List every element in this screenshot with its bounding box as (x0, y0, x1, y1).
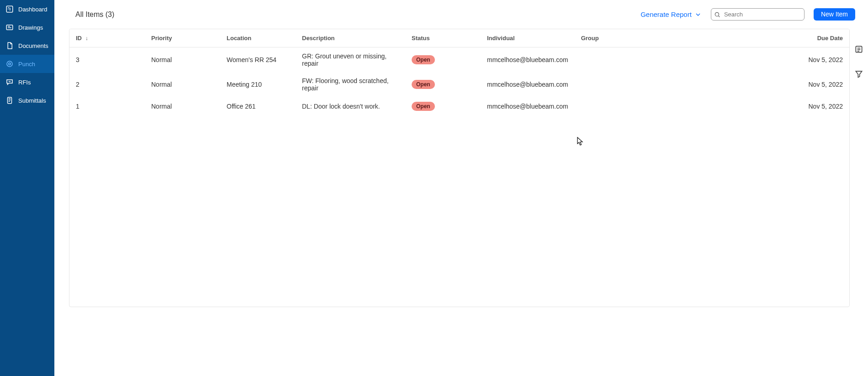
column-header-group[interactable]: Group (575, 29, 650, 47)
svg-point-3 (9, 63, 11, 65)
sidebar-item-label: Drawings (18, 24, 43, 31)
rfis-icon (5, 78, 14, 86)
priority-cell: Normal (145, 47, 220, 73)
svg-line-6 (719, 16, 720, 17)
sidebar-item-punch[interactable]: Punch (0, 55, 54, 73)
column-header-location[interactable]: Location (220, 29, 296, 47)
sidebar-item-submittals[interactable]: Submittals (0, 91, 54, 110)
submittals-icon (5, 96, 14, 104)
sidebar-item-documents[interactable]: Documents (0, 37, 54, 55)
status-cell: Open (405, 47, 481, 73)
page-title: All Items (3) (75, 10, 631, 19)
status-cell: Open (405, 72, 481, 97)
generate-report-button[interactable]: Generate Report (640, 10, 702, 18)
location-cell: Meeting 210 (220, 72, 296, 97)
id-cell: 1 (69, 97, 145, 116)
detail-panel-toggle[interactable] (853, 44, 864, 55)
chevron-down-icon (694, 11, 702, 18)
description-cell: DL: Door lock doesn't work. (296, 97, 405, 116)
sidebar: Dashboard Drawings Documents Punch RFIs … (0, 0, 54, 376)
status-cell: Open (405, 97, 481, 116)
table-row[interactable]: 2NormalMeeting 210FW: Flooring, wood scr… (69, 72, 849, 97)
sidebar-item-rfis[interactable]: RFIs (0, 73, 54, 91)
items-table: ID ↓ Priority Location Description Statu… (69, 29, 849, 116)
top-bar: All Items (3) Generate Report New Item (54, 0, 868, 29)
search-box (711, 8, 804, 21)
sort-descending-icon: ↓ (85, 35, 88, 42)
dashboard-icon (5, 5, 14, 13)
individual-cell: mmcelhose@bluebeam.com (481, 72, 575, 97)
sidebar-item-dashboard[interactable]: Dashboard (0, 0, 54, 18)
sidebar-item-label: Dashboard (18, 6, 48, 13)
location-cell: Office 261 (220, 97, 296, 116)
new-item-button[interactable]: New Item (814, 8, 855, 21)
description-cell: FW: Flooring, wood scratched, repair (296, 72, 405, 97)
group-cell (575, 47, 650, 73)
table-header-row: ID ↓ Priority Location Description Statu… (69, 29, 849, 47)
items-table-container: ID ↓ Priority Location Description Statu… (69, 29, 850, 307)
column-header-label: ID (76, 35, 82, 42)
sidebar-item-label: Punch (18, 61, 35, 68)
search-input[interactable] (711, 8, 804, 21)
status-badge: Open (412, 55, 435, 64)
drawings-icon (5, 23, 14, 31)
list-icon (854, 45, 863, 54)
search-icon (714, 11, 720, 18)
due-date-cell: Nov 5, 2022 (650, 97, 849, 116)
status-badge: Open (412, 102, 435, 111)
group-cell (575, 97, 650, 116)
main-content: All Items (3) Generate Report New Item (54, 0, 868, 376)
due-date-cell: Nov 5, 2022 (650, 72, 849, 97)
priority-cell: Normal (145, 97, 220, 116)
documents-icon (5, 42, 14, 50)
column-header-priority[interactable]: Priority (145, 29, 220, 47)
svg-point-5 (715, 12, 719, 16)
description-cell: GR: Grout uneven or missing, repair (296, 47, 405, 73)
right-rail (853, 44, 864, 79)
table-row[interactable]: 3NormalWomen's RR 254GR: Grout uneven or… (69, 47, 849, 73)
status-badge: Open (412, 80, 435, 89)
svg-point-2 (7, 61, 12, 67)
svg-marker-11 (856, 71, 862, 77)
individual-cell: mmcelhose@bluebeam.com (481, 47, 575, 73)
column-header-description[interactable]: Description (296, 29, 405, 47)
filter-icon (854, 69, 863, 78)
id-cell: 3 (69, 47, 145, 73)
column-header-id[interactable]: ID ↓ (69, 29, 145, 47)
location-cell: Women's RR 254 (220, 47, 296, 73)
column-header-due-date[interactable]: Due Date (650, 29, 849, 47)
generate-report-label: Generate Report (640, 10, 692, 18)
table-row[interactable]: 1NormalOffice 261DL: Door lock doesn't w… (69, 97, 849, 116)
id-cell: 2 (69, 72, 145, 97)
priority-cell: Normal (145, 72, 220, 97)
filter-toggle[interactable] (853, 68, 864, 79)
column-header-individual[interactable]: Individual (481, 29, 575, 47)
punch-icon (5, 60, 14, 68)
sidebar-item-drawings[interactable]: Drawings (0, 18, 54, 37)
group-cell (575, 72, 650, 97)
sidebar-item-label: Submittals (18, 97, 46, 104)
due-date-cell: Nov 5, 2022 (650, 47, 849, 73)
individual-cell: mmcelhose@bluebeam.com (481, 97, 575, 116)
sidebar-item-label: Documents (18, 42, 48, 49)
column-header-status[interactable]: Status (405, 29, 481, 47)
sidebar-item-label: RFIs (18, 79, 31, 86)
